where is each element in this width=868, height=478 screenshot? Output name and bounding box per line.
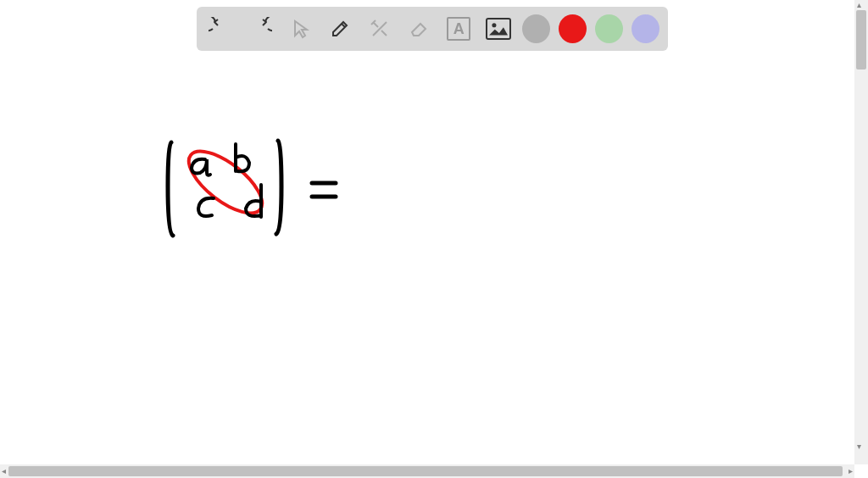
undo-button[interactable] xyxy=(205,13,236,45)
svg-point-1 xyxy=(179,141,271,225)
canvas[interactable] xyxy=(0,51,868,478)
horizontal-scrollbar-thumb[interactable] xyxy=(8,466,843,476)
vertical-scrollbar[interactable]: ▴ ▾ xyxy=(854,0,868,464)
scroll-up-icon: ▴ xyxy=(857,0,861,9)
color-purple[interactable] xyxy=(632,14,659,43)
svg-point-0 xyxy=(492,23,496,27)
horizontal-scrollbar[interactable]: ◂ ▸ xyxy=(0,464,854,478)
redo-button[interactable] xyxy=(245,13,276,45)
color-green[interactable] xyxy=(595,14,623,43)
handwritten-drawing xyxy=(161,136,373,254)
pointer-icon xyxy=(288,17,312,41)
undo-icon xyxy=(209,17,232,41)
scroll-right-icon: ▸ xyxy=(849,466,853,475)
scroll-left-icon: ◂ xyxy=(2,466,6,475)
color-red[interactable] xyxy=(559,14,587,43)
eraser-icon xyxy=(407,17,431,41)
eraser-button[interactable] xyxy=(403,13,435,45)
image-icon xyxy=(486,18,511,40)
tools-button[interactable] xyxy=(364,13,395,45)
toolbar: A xyxy=(197,7,668,51)
vertical-scrollbar-thumb[interactable] xyxy=(856,10,866,69)
hammer-wrench-icon xyxy=(368,17,392,41)
pointer-button[interactable] xyxy=(285,13,316,45)
pen-button[interactable] xyxy=(324,13,355,45)
text-button[interactable]: A xyxy=(443,13,475,45)
image-button[interactable] xyxy=(483,13,515,45)
text-icon: A xyxy=(447,17,470,41)
scroll-down-icon: ▾ xyxy=(857,442,861,451)
redo-icon xyxy=(248,17,272,41)
pen-icon xyxy=(328,17,352,41)
color-gray[interactable] xyxy=(522,14,550,43)
